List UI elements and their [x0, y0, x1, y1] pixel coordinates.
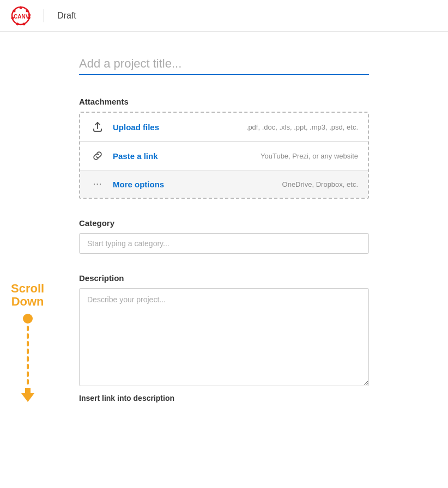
- svg-point-4: [23, 22, 26, 25]
- upload-files-hint: .pdf, .doc, .xls, .ppt, .mp3, .psd, etc.: [246, 123, 358, 131]
- header: CANVAS Draft: [0, 0, 448, 32]
- main-content: Scroll Down Attachments: [0, 32, 448, 424]
- upload-icon: [90, 121, 105, 132]
- scroll-dot: [23, 314, 33, 324]
- attachments-box: Upload files .pdf, .doc, .xls, .ppt, .mp…: [79, 112, 369, 199]
- svg-point-2: [26, 9, 29, 12]
- canvas-logo-icon: CANVAS: [11, 6, 31, 26]
- project-title-input[interactable]: [79, 53, 369, 75]
- description-section: Description Insert link into description: [79, 273, 369, 402]
- description-textarea[interactable]: [79, 288, 369, 386]
- paste-link-row[interactable]: Paste a link YouTube, Prezi, or any webs…: [80, 142, 368, 170]
- draft-label: Draft: [57, 11, 76, 21]
- svg-point-5: [16, 22, 19, 25]
- scroll-arrow-icon: [20, 387, 36, 406]
- insert-link-label: Insert link into description: [79, 394, 369, 402]
- svg-point-1: [20, 6, 22, 9]
- logo-area: CANVAS Draft: [11, 6, 76, 26]
- svg-marker-9: [21, 388, 34, 402]
- more-options-icon: ···: [90, 179, 105, 189]
- svg-text:CANVAS: CANVAS: [14, 14, 31, 20]
- more-options-row[interactable]: ··· More options OneDrive, Dropbox, etc.: [80, 170, 368, 198]
- category-input[interactable]: [79, 233, 369, 254]
- upload-files-link[interactable]: Upload files: [113, 123, 246, 132]
- category-label: Category: [79, 218, 369, 228]
- attachments-section: Attachments Upload files .pdf, .doc, .xl…: [79, 97, 369, 199]
- paste-link-hint: YouTube, Prezi, or any website: [261, 152, 358, 160]
- description-label: Description: [79, 273, 369, 283]
- link-icon: [90, 150, 105, 161]
- more-options-hint: OneDrive, Dropbox, etc.: [282, 180, 358, 188]
- more-options-link[interactable]: More options: [113, 180, 282, 189]
- paste-link-link[interactable]: Paste a link: [113, 151, 261, 161]
- scroll-text: Scroll Down: [11, 282, 44, 308]
- scroll-indicator: Scroll Down: [11, 282, 44, 406]
- upload-files-row[interactable]: Upload files .pdf, .doc, .xls, .ppt, .mp…: [80, 113, 368, 142]
- header-divider: [44, 9, 44, 22]
- scroll-dashes: [27, 326, 29, 385]
- category-section: Category: [79, 218, 369, 273]
- attachments-label: Attachments: [79, 97, 369, 106]
- svg-point-7: [13, 9, 16, 12]
